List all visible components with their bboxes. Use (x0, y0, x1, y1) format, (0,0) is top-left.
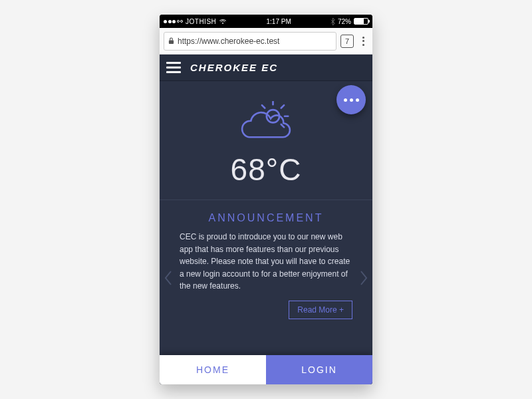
lock-icon (168, 37, 174, 45)
clock-label: 1:17 PM (267, 18, 291, 25)
fab-more-button[interactable] (336, 85, 366, 114)
browser-toolbar: https://www.cherokee-ec.test 7 (160, 28, 372, 55)
bottom-tabs: HOME LOGIN (160, 355, 372, 384)
svg-line-6 (262, 105, 265, 108)
bluetooth-icon (331, 18, 335, 25)
page-content: CHEROKEE EC 68°C (160, 55, 372, 384)
signal-strength-icon (164, 20, 183, 23)
url-text: https://www.cherokee-ec.test (178, 37, 279, 46)
battery-icon (354, 18, 368, 25)
tab-count-button[interactable]: 7 (340, 35, 354, 48)
svg-line-5 (281, 124, 284, 127)
app-header: CHEROKEE EC (160, 55, 372, 81)
carousel-prev-button[interactable] (162, 268, 174, 288)
announcement-title: ANNOUNCEMENT (180, 212, 352, 224)
tab-login[interactable]: LOGIN (266, 355, 372, 384)
phone-frame: JOTHISH 1:17 PM 72% https://www.cherokee… (160, 15, 372, 384)
tab-home[interactable]: HOME (160, 355, 266, 384)
announcement-card: ANNOUNCEMENT CEC is proud to introduce y… (160, 200, 372, 355)
hamburger-icon[interactable] (166, 62, 181, 73)
svg-line-4 (281, 105, 284, 108)
url-bar[interactable]: https://www.cherokee-ec.test (164, 32, 336, 51)
partly-cloudy-icon (236, 101, 296, 148)
battery-pct-label: 72% (338, 18, 351, 25)
ios-status-bar: JOTHISH 1:17 PM 72% (160, 15, 372, 28)
read-more-button[interactable]: Read More + (289, 301, 352, 319)
announcement-body: CEC is proud to introduce you to our new… (180, 231, 352, 293)
brand-title: CHEROKEE EC (190, 62, 278, 73)
wifi-icon (219, 19, 227, 25)
temperature-label: 68°C (231, 152, 302, 188)
tab-count-label: 7 (345, 37, 349, 45)
svg-rect-0 (169, 41, 174, 44)
overflow-menu-icon[interactable] (358, 37, 368, 46)
carousel-next-button[interactable] (358, 268, 370, 288)
carrier-label: JOTHISH (186, 18, 216, 25)
